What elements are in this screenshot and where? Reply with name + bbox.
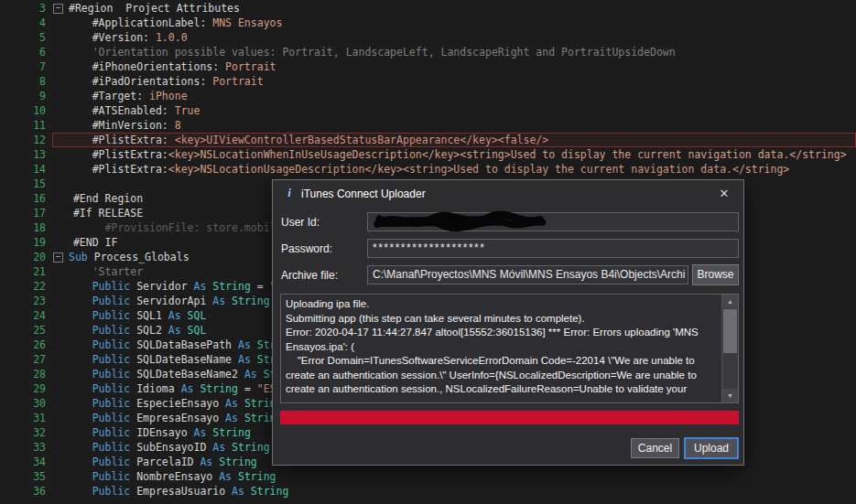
cancel-button[interactable]: Cancel [631,438,679,458]
fold-margin [53,16,67,30]
line-number: 16 [0,191,53,206]
line-number: 31 [0,411,53,425]
fold-margin [53,162,67,177]
code-line[interactable]: 4 #ApplicationLabel: MNS Ensayos [0,16,856,30]
code-text: #iPadOrientations: Portrait [67,74,856,89]
code-text: Public EmpresaUsuario As String [67,484,856,499]
fold-margin [53,440,67,455]
line-number: 3 [0,1,53,16]
code-text: #PlistExtra:<key>NSLocationUsageDescript… [67,162,856,177]
browse-button[interactable]: Browse [692,264,739,285]
fold-margin [53,59,67,74]
scroll-thumb[interactable] [723,309,737,353]
fold-margin [53,74,67,89]
line-number: 32 [0,425,53,440]
line-number: 5 [0,30,53,45]
code-text: #Target: iPhone [67,89,856,103]
code-text: #MinVersion: 8 [67,118,856,133]
upload-progress-fill [280,411,739,424]
fold-margin [53,338,67,352]
line-number: 29 [0,381,53,396]
code-text: #ApplicationLabel: MNS Ensayos [67,16,856,30]
code-line-current[interactable]: 12 #PlistExtra: <key>UIViewControllerBas… [0,133,856,147]
line-number: 10 [0,103,53,118]
line-number: 33 [0,440,53,455]
fold-margin [53,279,67,294]
code-text: #Version: 1.0.0 [67,30,856,45]
line-number: 7 [0,59,53,74]
code-text: #Region Project Attributes [69,1,856,16]
user-id-input[interactable] [367,212,739,231]
info-icon: i [283,186,296,200]
fold-margin [53,264,67,279]
fold-margin [53,30,67,45]
line-number: 14 [0,162,53,177]
dialog-title: iTunes Connect Uploader [301,188,426,200]
fold-margin [53,367,67,381]
line-number: 24 [0,308,53,323]
code-text: 'Orientation possible values: Portrait, … [67,45,856,59]
itunes-connect-uploader-dialog: i iTunes Connect Uploader ✕ User Id: Pas… [272,179,744,466]
log-scrollbar[interactable]: ▲ ▼ [721,295,738,402]
code-text: #ATSEnabled: True [67,103,856,118]
line-number: 6 [0,45,53,59]
fold-margin [53,118,67,133]
fold-margin [53,133,67,147]
fold-margin [53,191,67,206]
upload-log-box[interactable]: Uploading ipa file. Submitting app (this… [280,294,739,403]
line-number: 12 [0,133,53,147]
code-line[interactable]: 14 #PlistExtra:<key>NSLocationUsageDescr… [0,162,856,177]
fold-margin [53,206,67,220]
line-number: 9 [0,89,53,103]
code-line[interactable]: 36 Public EmpresaUsuario As String [0,484,856,499]
code-line[interactable]: 7 #iPhoneOrientations: Portrait [0,59,856,74]
archive-file-label: Archive file: [281,266,338,284]
fold-margin [53,103,67,118]
scroll-down-icon[interactable]: ▼ [722,389,738,402]
line-number: 35 [0,469,53,484]
code-text: #PlistExtra:<key>NSLocationWhenInUseUsag… [67,147,856,162]
code-line[interactable]: 13 #PlistExtra:<key>NSLocationWhenInUseU… [0,147,856,162]
line-number: 23 [0,294,53,308]
upload-log-text: Uploading ipa file. Submitting app (this… [281,295,722,402]
code-line[interactable]: 3−#Region Project Attributes [0,1,856,16]
line-number: 22 [0,279,53,294]
fold-margin [53,89,67,103]
scroll-up-icon[interactable]: ▲ [722,295,738,308]
code-line[interactable]: 11 #MinVersion: 8 [0,118,856,133]
code-line[interactable]: 5 #Version: 1.0.0 [0,30,856,45]
fold-margin [53,381,67,396]
fold-collapse-icon[interactable]: − [53,4,63,14]
line-number: 34 [0,455,53,469]
code-text: #PlistExtra: <key>UIViewControllerBasedS… [67,133,856,147]
line-number: 27 [0,352,53,367]
password-input[interactable]: ******************** [367,239,739,258]
line-number: 20 [0,250,53,264]
fold-margin [53,177,67,191]
line-number: 8 [0,74,53,89]
fold-margin [53,220,67,235]
upload-progress-bar [280,411,739,424]
code-line[interactable]: 10 #ATSEnabled: True [0,103,856,118]
code-line[interactable]: 8 #iPadOrientations: Portrait [0,74,856,89]
fold-margin [53,411,67,425]
b4i-ide-window: 3−#Region Project Attributes4 #Applicati… [0,0,856,504]
upload-button[interactable]: Upload [684,437,739,459]
user-id-label: User Id: [281,213,320,231]
code-line[interactable]: 35 Public NombreEnsayo As String [0,469,856,484]
fold-collapse-icon[interactable]: − [53,252,63,263]
line-number: 15 [0,177,53,191]
dialog-titlebar[interactable]: i iTunes Connect Uploader ✕ [273,180,743,208]
line-number: 30 [0,396,53,411]
code-line[interactable]: 9 #Target: iPhone [0,89,856,103]
line-number: 11 [0,118,53,133]
fold-margin [53,294,67,308]
close-icon[interactable]: ✕ [714,185,734,202]
fold-margin [53,396,67,411]
archive-file-input[interactable]: C:\Manaf\Proyectos\MNS Móvil\MNS Ensayos… [367,265,688,284]
line-number: 36 [0,484,53,499]
fold-margin [53,352,67,367]
code-line[interactable]: 6 'Orientation possible values: Portrait… [0,45,856,59]
code-text: Public NombreEnsayo As String [67,469,856,484]
fold-margin [53,308,67,323]
